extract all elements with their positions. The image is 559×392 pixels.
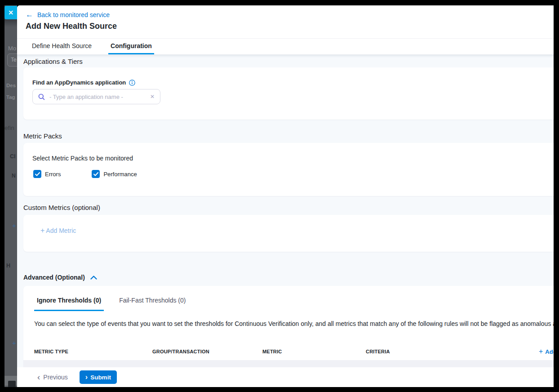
screenshot-stage: Mo Te Des Tag efin Cl N + H + ✕ ← Back t… (4, 5, 554, 387)
tab-ignore-thresholds[interactable]: Ignore Thresholds (0) (34, 297, 104, 311)
background-fragment: Tag (6, 94, 15, 100)
submit-button[interactable]: › Submit (80, 370, 117, 384)
dimmed-background-page: Mo Te Des Tag efin Cl N + H + (4, 5, 17, 387)
back-link-label: Back to monitored service (37, 11, 110, 18)
advanced-heading: Advanced (Optional) (23, 274, 85, 281)
metric-packs-select-label: Select Metric Packs to be monitored (32, 155, 133, 162)
column-header-criteria: CRITERIA (366, 349, 539, 354)
application-search-box[interactable]: ✕ (32, 89, 160, 104)
thresholds-description: You can select the type of events that y… (34, 319, 554, 329)
search-icon (38, 94, 45, 100)
background-input-fragment: Te (7, 53, 17, 67)
chevron-right-icon: › (85, 374, 88, 381)
chevron-up-icon (90, 276, 97, 280)
background-fragment: Cl (10, 153, 16, 160)
checkbox-checked-icon (33, 170, 41, 178)
column-header-metric: METRIC (262, 349, 366, 354)
plus-icon: + (539, 348, 543, 355)
background-fragment: + (12, 222, 16, 229)
info-icon[interactable] (129, 80, 135, 86)
checkbox-performance-label: Performance (103, 171, 137, 178)
background-fragment: efin (4, 125, 14, 131)
previous-button[interactable]: ‹ Previous (37, 374, 68, 381)
back-link[interactable]: ← Back to monitored service (26, 11, 110, 18)
add-threshold-label: Add Threshold (545, 348, 554, 355)
applications-tiers-heading: Applications & Tiers (23, 58, 83, 65)
drawer-header: ← Back to monitored service Add New Heal… (17, 5, 554, 38)
metric-packs-options: Errors Performance (33, 170, 137, 178)
custom-metrics-card: + Add Metric (23, 215, 554, 252)
add-metric-label: Add Metric (46, 227, 76, 234)
checkbox-checked-icon (92, 170, 100, 178)
plus-icon: + (40, 227, 44, 234)
background-fragment (8, 381, 16, 387)
find-application-label-text: Find an AppDynamics application (32, 79, 126, 86)
thresholds-table-header: METRIC TYPE GROUP/TRANSACTION METRIC CRI… (34, 348, 554, 355)
advanced-thresholds-card: Ignore Thresholds (0) Fail-Fast Threshol… (23, 286, 554, 367)
add-metric-button[interactable]: + Add Metric (40, 227, 76, 234)
checkbox-errors-label: Errors (45, 171, 61, 178)
drawer-content: Applications & Tiers Find an AppDynamics… (17, 55, 554, 373)
tab-define-health-source[interactable]: Define Health Source (30, 39, 94, 54)
background-fragment: Des (6, 83, 16, 88)
tab-configuration[interactable]: Configuration (108, 39, 154, 54)
advanced-section-toggle[interactable]: Advanced (Optional) (23, 274, 97, 281)
column-header-group-transaction: GROUP/TRANSACTION (152, 349, 262, 354)
drawer-tab-bar: Define Health Source Configuration (17, 38, 554, 55)
background-fragment: + (12, 339, 16, 347)
add-health-source-drawer: ← Back to monitored service Add New Heal… (17, 5, 554, 387)
chevron-left-icon: ‹ (37, 373, 40, 381)
metric-packs-heading: Metric Packs (23, 132, 62, 140)
close-icon: ✕ (8, 9, 13, 16)
page-title: Add New Health Source (26, 22, 117, 31)
applications-tiers-card: Find an AppDynamics application (23, 67, 554, 120)
content-inner: Applications & Tiers Find an AppDynamics… (17, 55, 554, 373)
find-application-label: Find an AppDynamics application (32, 79, 135, 86)
previous-label: Previous (43, 374, 67, 381)
background-fragment: H (6, 263, 10, 269)
background-fragment: N (12, 173, 16, 179)
close-drawer-button[interactable]: ✕ (4, 6, 17, 19)
tab-fail-fast-thresholds[interactable]: Fail-Fast Thresholds (0) (116, 297, 188, 311)
submit-label: Submit (90, 374, 111, 381)
close-button-shadow (4, 19, 17, 27)
back-arrow-icon: ← (26, 11, 33, 18)
checkbox-performance[interactable]: Performance (92, 170, 137, 178)
metric-packs-card: Select Metric Packs to be monitored Erro… (23, 143, 554, 196)
column-header-metric-type: METRIC TYPE (34, 349, 152, 354)
custom-metrics-heading: Custom Metrics (optional) (23, 204, 100, 211)
empty-table-row (23, 360, 554, 367)
checkbox-errors[interactable]: Errors (33, 170, 61, 178)
add-threshold-button[interactable]: + Add Threshold (539, 348, 554, 355)
thresholds-tab-bar: Ignore Thresholds (0) Fail-Fast Threshol… (34, 297, 188, 311)
clear-search-icon[interactable]: ✕ (150, 94, 155, 99)
drawer-footer: ‹ Previous › Submit (17, 367, 554, 387)
application-search-input[interactable] (49, 94, 146, 100)
background-fragment: Mo (8, 45, 16, 52)
